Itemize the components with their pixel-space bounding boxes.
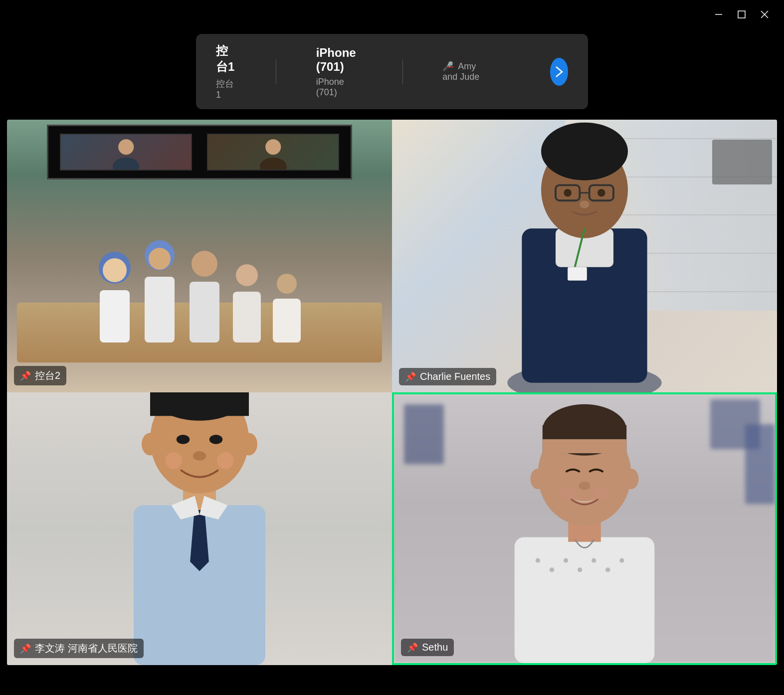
tab-next-button[interactable] xyxy=(550,58,569,86)
svg-point-48 xyxy=(240,433,257,455)
svg-point-63 xyxy=(579,482,590,490)
pin-icon-console2: 📌 xyxy=(20,370,31,381)
svg-point-44 xyxy=(193,451,206,461)
svg-rect-1 xyxy=(738,11,745,18)
printer-equipment xyxy=(712,140,772,184)
svg-point-12 xyxy=(149,248,171,270)
pin-icon-sethu: 📌 xyxy=(407,642,418,653)
svg-point-45 xyxy=(165,452,182,469)
svg-point-65 xyxy=(593,486,608,501)
svg-point-66 xyxy=(530,469,545,489)
title-bar xyxy=(699,0,784,29)
video-cell-sethu: 📌 Sethu xyxy=(392,392,777,665)
svg-point-51 xyxy=(550,567,554,572)
svg-rect-19 xyxy=(273,299,301,343)
svg-point-50 xyxy=(536,558,540,563)
participant-label-console2: 📌 控台2 xyxy=(14,366,66,385)
svg-point-42 xyxy=(177,435,190,444)
tab-amy-jude[interactable]: 🎤̶ Amy and Jude xyxy=(442,61,490,82)
charlie-figure xyxy=(480,120,689,392)
conference-monitor xyxy=(47,125,352,179)
person-5-svg xyxy=(267,263,307,343)
svg-point-6 xyxy=(265,139,281,155)
svg-point-5 xyxy=(113,158,140,170)
svg-point-14 xyxy=(192,251,217,277)
tab-iphone-sub-label: iPhone (701) xyxy=(316,77,363,98)
participant-label-sethu: 📌 Sethu xyxy=(401,639,454,656)
tab-divider-2 xyxy=(402,59,403,84)
svg-point-56 xyxy=(619,558,624,563)
video-cell-console2: 📌 控台2 xyxy=(7,120,392,392)
sethu-figure xyxy=(455,392,714,663)
muted-mic-icon: 🎤̶ xyxy=(442,61,453,71)
svg-rect-41 xyxy=(150,392,249,416)
svg-point-61 xyxy=(558,406,609,442)
tab-console1[interactable]: 控台1 控台1 xyxy=(216,43,236,100)
svg-rect-33 xyxy=(568,267,587,281)
svg-point-4 xyxy=(118,139,134,155)
person-2-svg xyxy=(137,233,182,343)
video-grid: 📌 控台2 xyxy=(7,120,777,665)
svg-point-64 xyxy=(561,486,576,501)
people-group xyxy=(7,233,392,343)
svg-point-52 xyxy=(564,558,568,563)
svg-point-53 xyxy=(578,567,582,572)
monitor-screen-right xyxy=(207,134,340,171)
svg-point-31 xyxy=(580,200,589,208)
participant-label-charlie: 📌 Charlie Fuentes xyxy=(399,368,496,385)
svg-point-18 xyxy=(277,274,297,294)
svg-rect-15 xyxy=(190,282,219,343)
tab-console1-sub-label: 控台1 xyxy=(216,78,236,100)
svg-rect-10 xyxy=(100,290,130,343)
close-button[interactable] xyxy=(759,9,770,20)
participant-label-liwentao: 📌 李文涛 河南省人民医院 xyxy=(14,639,144,658)
svg-point-29 xyxy=(564,189,571,196)
liwentao-figure xyxy=(75,392,324,665)
svg-point-46 xyxy=(217,452,234,469)
tab-iphone-main-label: iPhone (701) xyxy=(316,46,363,74)
maximize-button[interactable] xyxy=(736,9,747,20)
tab-console1-main-label: 控台1 xyxy=(216,43,236,75)
bg-equipment-3 xyxy=(745,424,775,504)
video-cell-liwentao: 📌 李文涛 河南省人民医院 xyxy=(7,392,392,665)
person-3-svg xyxy=(182,238,227,343)
video-cell-charlie: 📌 Charlie Fuentes xyxy=(392,120,777,392)
pin-icon-liwentao: 📌 xyxy=(20,643,31,654)
pin-icon-charlie: 📌 xyxy=(405,371,416,382)
minimize-button[interactable] xyxy=(713,9,724,20)
svg-point-54 xyxy=(591,558,596,563)
person-4-svg xyxy=(227,253,267,343)
svg-point-30 xyxy=(597,189,605,196)
svg-point-55 xyxy=(605,567,610,572)
svg-rect-13 xyxy=(145,277,175,343)
svg-point-16 xyxy=(236,264,258,286)
svg-point-47 xyxy=(142,433,159,455)
svg-point-43 xyxy=(209,435,222,444)
svg-point-9 xyxy=(103,258,127,282)
tab-divider-1 xyxy=(276,59,276,84)
tab-bar: 控台1 控台1 iPhone (701) iPhone (701) 🎤̶ Amy… xyxy=(196,34,588,109)
svg-point-25 xyxy=(541,123,628,180)
tab-amy-jude-label: 🎤̶ Amy and Jude xyxy=(442,61,490,82)
svg-rect-62 xyxy=(543,439,626,453)
bg-equipment-1 xyxy=(404,404,444,464)
svg-rect-17 xyxy=(233,292,261,343)
svg-point-7 xyxy=(260,158,287,170)
svg-rect-49 xyxy=(515,537,655,663)
svg-point-67 xyxy=(624,469,639,489)
monitor-screen-left xyxy=(60,134,193,171)
person-1-svg xyxy=(92,243,137,343)
tab-iphone[interactable]: iPhone (701) iPhone (701) xyxy=(316,46,363,98)
